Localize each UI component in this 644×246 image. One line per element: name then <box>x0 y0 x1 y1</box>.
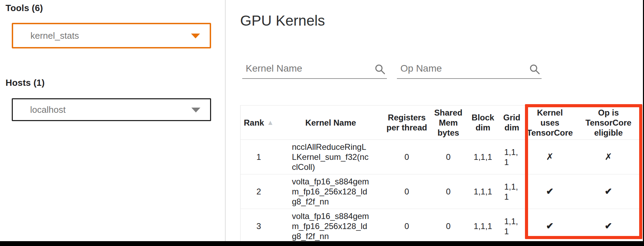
search-icon <box>374 64 386 75</box>
sort-asc-icon: ▲ <box>267 119 274 126</box>
check-mark-icon: ✔ <box>575 209 643 244</box>
column-header-block-dim[interactable]: Block dim <box>468 106 499 140</box>
chevron-down-icon <box>191 34 200 38</box>
column-header-kernel-name[interactable]: Kernel Name <box>277 106 384 140</box>
block-dim-cell: 1,1,1 <box>468 209 499 244</box>
kernel-name-cell: volta_fp16_s884gemm_fp16_256x128_ldg8_f2… <box>277 174 384 209</box>
tools-section-label: Tools (6) <box>6 3 43 13</box>
table-row: 1 ncclAllReduceRingLLKernel_sum_f32(nccl… <box>241 140 643 174</box>
column-header-grid-dim[interactable]: Grid dim <box>499 106 525 140</box>
x-mark-icon: ✗ <box>575 140 643 174</box>
table-row: 3 volta_fp16_s884gemm_fp16_256x128_ldg8_… <box>241 209 643 244</box>
shared-mem-cell: 0 <box>429 140 468 174</box>
rank-cell: 2 <box>241 174 277 209</box>
page-title: GPU Kernels <box>240 12 325 29</box>
column-header-kernel-uses-tensorcore[interactable]: Kernel uses TensorCore <box>525 106 575 140</box>
check-mark-icon: ✔ <box>525 209 575 244</box>
check-mark-icon: ✔ <box>525 174 575 209</box>
kernel-name-cell: ncclAllReduceRingLLKernel_sum_f32(ncclCo… <box>277 140 384 174</box>
tools-select[interactable]: kernel_stats <box>12 23 211 48</box>
hosts-select-value: localhost <box>13 104 66 115</box>
column-header-op-tensorcore-eligible[interactable]: Op is TensorCore eligible <box>575 106 643 140</box>
hosts-select[interactable]: localhost <box>12 98 211 121</box>
rank-cell: 1 <box>241 140 277 174</box>
block-dim-cell: 1,1,1 <box>468 174 499 209</box>
grid-dim-cell: 1,1,1 <box>499 140 525 174</box>
column-header-rank[interactable]: Rank▲ <box>241 106 277 140</box>
gpu-kernels-table: Rank▲ Kernel Name Registers per thread S… <box>240 105 643 244</box>
registers-cell: 0 <box>384 209 429 244</box>
column-header-shared-mem-bytes[interactable]: Shared Mem bytes <box>429 106 468 140</box>
kernel-name-input[interactable] <box>242 54 387 78</box>
rank-cell: 3 <box>241 209 277 244</box>
shared-mem-cell: 0 <box>429 174 468 209</box>
registers-cell: 0 <box>384 174 429 209</box>
registers-cell: 0 <box>384 140 429 174</box>
op-name-input[interactable] <box>397 54 542 78</box>
kernel-name-cell: volta_fp16_s884gemm_fp16_256x128_ldg8_f2… <box>277 209 384 244</box>
grid-dim-cell: 1,1,1 <box>499 174 525 209</box>
x-mark-icon: ✗ <box>525 140 575 174</box>
column-header-registers-per-thread[interactable]: Registers per thread <box>384 106 429 140</box>
hosts-section-label: Hosts (1) <box>6 78 45 88</box>
tools-select-value: kernel_stats <box>13 30 79 41</box>
grid-dim-cell: 1,1,1 <box>499 209 525 244</box>
check-mark-icon: ✔ <box>575 174 643 209</box>
shared-mem-cell: 0 <box>429 209 468 244</box>
column-header-label: Rank <box>244 118 264 127</box>
sidebar-divider <box>225 0 226 241</box>
table-row: 2 volta_fp16_s884gemm_fp16_256x128_ldg8_… <box>241 174 643 209</box>
table-header-row: Rank▲ Kernel Name Registers per thread S… <box>241 106 643 140</box>
search-icon <box>529 64 540 75</box>
block-dim-cell: 1,1,1 <box>468 140 499 174</box>
kernel-name-filter <box>242 54 387 79</box>
window-border-bottom <box>0 241 644 246</box>
op-name-filter <box>397 54 542 79</box>
chevron-down-icon <box>191 108 200 112</box>
